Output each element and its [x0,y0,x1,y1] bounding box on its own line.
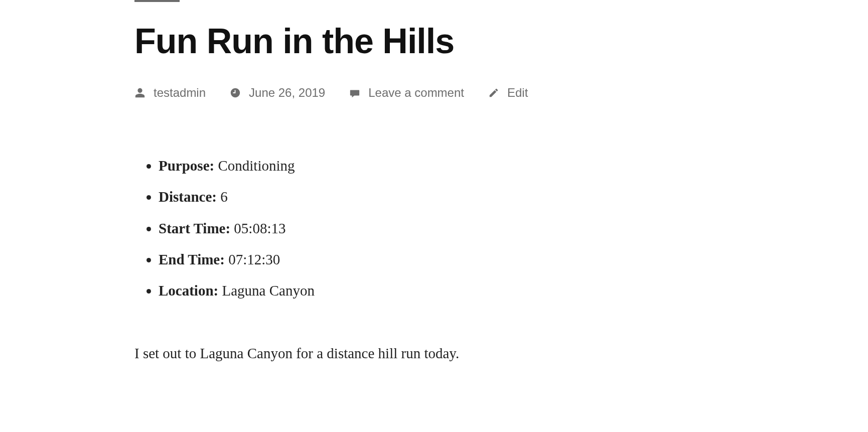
detail-label: Start Time: [159,220,230,236]
detail-label: Location: [159,282,218,299]
detail-value: Conditioning [218,158,295,174]
detail-start-time: Start Time: 05:08:13 [159,213,576,244]
detail-value: 07:12:30 [228,251,280,267]
header-rule [134,0,180,2]
detail-location: Location: Laguna Canyon [159,275,576,306]
detail-label: Purpose: [159,158,214,174]
detail-value: Laguna Canyon [222,282,314,299]
meta-comments: Leave a comment [349,86,464,100]
detail-distance: Distance: 6 [159,181,576,212]
clock-icon [230,87,241,98]
detail-label: End Time: [159,251,225,267]
post-details-list: Purpose: Conditioning Distance: 6 Start … [134,150,576,307]
meta-author: testadmin [134,86,206,100]
post-body: I set out to Laguna Canyon for a distanc… [134,342,576,365]
author-link[interactable]: testadmin [154,86,206,100]
detail-label: Distance: [159,189,217,205]
date-link[interactable]: June 26, 2019 [249,86,325,100]
edit-icon [488,87,499,98]
post-title: Fun Run in the Hills [134,22,576,61]
meta-edit: Edit [488,86,528,100]
comments-link[interactable]: Leave a comment [368,86,464,100]
comment-icon [349,87,360,98]
detail-purpose: Purpose: Conditioning [159,150,576,181]
post-meta: testadmin June 26, 2019 Leave a comment … [134,86,576,100]
detail-value: 6 [220,189,228,205]
meta-date: June 26, 2019 [230,86,325,100]
detail-value: 05:08:13 [234,220,285,236]
detail-end-time: End Time: 07:12:30 [159,244,576,275]
edit-link[interactable]: Edit [507,86,528,100]
author-icon [134,87,146,98]
